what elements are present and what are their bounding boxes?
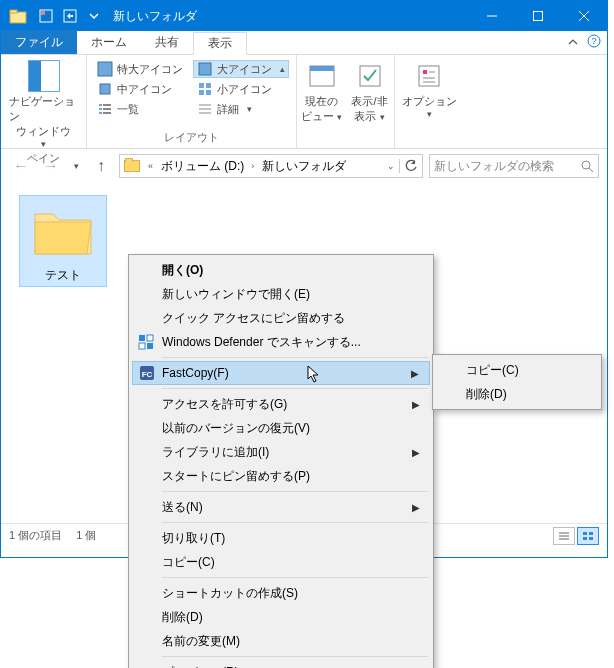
svg-rect-3 xyxy=(41,11,45,15)
svg-rect-14 xyxy=(199,83,204,88)
search-icon xyxy=(580,159,594,173)
tab-share[interactable]: 共有 xyxy=(141,31,193,54)
svg-rect-21 xyxy=(103,108,111,110)
current-view-button[interactable]: 現在のビュー ▾ xyxy=(298,58,346,124)
ctx-send-to[interactable]: 送る(N)▶ xyxy=(132,495,430,519)
status-count: 1 個の項目 xyxy=(9,528,62,543)
ctx-pin-start[interactable]: スタートにピン留めする(P) xyxy=(132,464,430,488)
ribbon-collapse-icon[interactable] xyxy=(567,34,579,52)
svg-rect-18 xyxy=(99,104,102,106)
svg-rect-19 xyxy=(103,104,111,106)
separator xyxy=(162,577,428,578)
folder-icon xyxy=(124,160,140,172)
svg-rect-0 xyxy=(10,12,26,23)
ctx-rename[interactable]: 名前の変更(M) xyxy=(132,629,430,653)
ctx-copy[interactable]: コピー(C) xyxy=(132,550,430,574)
submenu-arrow-icon: ▶ xyxy=(411,368,419,379)
view-details-button[interactable] xyxy=(553,527,575,545)
search-input[interactable]: 新しいフォルダの検索 xyxy=(429,154,599,178)
address-bar[interactable]: « ボリューム (D:)› 新しいフォルダ ⌄ xyxy=(119,154,423,178)
ribbon-tabs: ファイル ホーム 共有 表示 ? xyxy=(1,31,607,55)
layout-list[interactable]: 一覧 xyxy=(93,100,187,118)
view-icons-button[interactable] xyxy=(577,527,599,545)
svg-rect-45 xyxy=(147,335,153,341)
svg-rect-1 xyxy=(10,10,17,13)
address-bar-row: ← → ▾ ↑ « ボリューム (D:)› 新しいフォルダ ⌄ 新しいフォルダの… xyxy=(1,149,607,183)
status-selected: 1 個 xyxy=(76,528,96,543)
svg-rect-20 xyxy=(99,108,102,110)
tab-view[interactable]: 表示 xyxy=(193,32,247,55)
ctx-create-shortcut[interactable]: ショートカットの作成(S) xyxy=(132,581,430,605)
folder-icon xyxy=(31,200,95,264)
ctx-open[interactable]: 開く(O) xyxy=(132,258,430,282)
ctx-grant-access[interactable]: アクセスを許可する(G)▶ xyxy=(132,392,430,416)
layout-details[interactable]: 詳細▾ xyxy=(193,100,289,118)
ctx-cut[interactable]: 切り取り(T) xyxy=(132,526,430,550)
separator xyxy=(162,357,428,358)
submenu-arrow-icon: ▶ xyxy=(412,399,420,410)
back-button[interactable]: ← xyxy=(9,154,33,178)
context-menu: 開く(O) 新しいウィンドウで開く(E) クイック アクセスにピン留めする Wi… xyxy=(128,254,434,668)
submenu-arrow-icon: ▶ xyxy=(412,447,420,458)
window-controls xyxy=(469,1,607,31)
titlebar: 新しいフォルダ xyxy=(1,1,607,31)
chevron-down-icon: ▾ xyxy=(41,139,46,149)
separator xyxy=(162,656,428,657)
address-dropdown-icon[interactable]: ⌄ xyxy=(387,161,395,171)
qat-customize[interactable] xyxy=(83,5,105,27)
layout-large[interactable]: 大アイコン▴ xyxy=(193,60,289,78)
ctx-restore-versions[interactable]: 以前のバージョンの復元(V) xyxy=(132,416,430,440)
ctx-fastcopy[interactable]: FC FastCopy(F) ▶ xyxy=(132,361,430,385)
sub-delete[interactable]: 削除(D) xyxy=(436,382,598,406)
svg-rect-15 xyxy=(206,83,211,88)
maximize-button[interactable] xyxy=(515,1,561,31)
up-button[interactable]: ↑ xyxy=(89,154,113,178)
tab-file[interactable]: ファイル xyxy=(1,30,77,54)
defender-icon xyxy=(138,334,154,350)
help-icon[interactable]: ? xyxy=(587,34,601,52)
qat-new-folder[interactable] xyxy=(59,5,81,27)
show-hide-button[interactable]: 表示/非表示 ▾ xyxy=(346,58,394,124)
options-button[interactable]: オプション ▾ xyxy=(401,58,457,119)
ctx-defender-scan[interactable]: Windows Defender でスキャンする... xyxy=(132,330,430,354)
tab-home[interactable]: ホーム xyxy=(77,31,141,54)
minimize-button[interactable] xyxy=(469,1,515,31)
svg-rect-23 xyxy=(103,112,111,114)
quick-access-toolbar xyxy=(35,5,105,27)
ctx-delete[interactable]: 削除(D) xyxy=(132,605,430,629)
qat-properties[interactable] xyxy=(35,5,57,27)
close-button[interactable] xyxy=(561,1,607,31)
svg-rect-22 xyxy=(99,112,102,114)
svg-rect-44 xyxy=(139,335,145,341)
fastcopy-icon: FC xyxy=(139,365,155,381)
svg-text:?: ? xyxy=(591,36,596,46)
ctx-properties[interactable]: プロパティ(R) xyxy=(132,660,430,668)
folder-item[interactable]: テスト xyxy=(19,195,107,287)
refresh-icon[interactable] xyxy=(404,159,418,173)
svg-rect-6 xyxy=(534,12,543,21)
svg-rect-47 xyxy=(147,343,153,349)
sub-copy[interactable]: コピー(C) xyxy=(436,358,598,382)
ctx-open-new-window[interactable]: 新しいウィンドウで開く(E) xyxy=(132,282,430,306)
svg-rect-12 xyxy=(199,63,211,75)
svg-rect-46 xyxy=(139,343,145,349)
ctx-pin-quick-access[interactable]: クイック アクセスにピン留めする xyxy=(132,306,430,330)
ctx-add-library[interactable]: ライブラリに追加(I)▶ xyxy=(132,440,430,464)
cursor-icon xyxy=(307,365,323,386)
layout-medium[interactable]: 中アイコン xyxy=(93,80,187,98)
layout-small[interactable]: 小アイコン xyxy=(193,80,289,98)
svg-rect-31 xyxy=(423,70,427,74)
window-title: 新しいフォルダ xyxy=(113,8,469,25)
layout-extra-large[interactable]: 特大アイコン xyxy=(93,60,187,78)
svg-text:FC: FC xyxy=(142,370,153,379)
svg-rect-28 xyxy=(310,66,334,71)
svg-line-36 xyxy=(589,168,593,172)
svg-rect-16 xyxy=(199,90,204,95)
svg-rect-17 xyxy=(206,90,211,95)
svg-rect-43 xyxy=(589,537,593,540)
recent-dropdown[interactable]: ▾ xyxy=(69,154,83,178)
svg-point-35 xyxy=(582,161,590,169)
forward-button[interactable]: → xyxy=(39,154,63,178)
separator xyxy=(162,491,428,492)
nav-pane-button[interactable]: ナビゲーション ウィンドウ ▾ xyxy=(9,58,79,149)
